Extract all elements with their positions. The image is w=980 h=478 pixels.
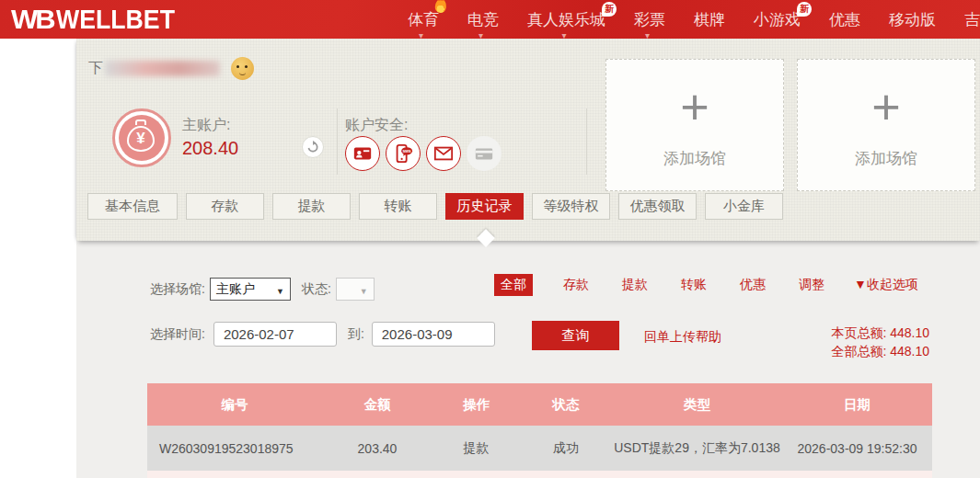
page-total: 本页总额: 448.10	[831, 324, 929, 342]
nav-item-sports[interactable]: 体育	[408, 0, 439, 39]
plus-icon: +	[871, 82, 901, 131]
type-link-withdraw[interactable]: 提款	[605, 277, 664, 293]
time-select-label: 选择时间:	[150, 326, 205, 343]
cell-date: 2026-03-09 19:52:30	[782, 441, 932, 456]
chevron-down-icon	[276, 282, 284, 297]
divider	[586, 108, 587, 175]
chevron-down-icon	[360, 282, 368, 297]
bank-card-icon[interactable]	[467, 136, 502, 171]
tab-transfer[interactable]: 转账	[359, 193, 437, 220]
brand-logo[interactable]: WB WELLBET	[11, 0, 185, 39]
venue-select-label: 选择场馆:	[150, 281, 205, 298]
venue-filter-row: 选择场馆: 主账户 状态:	[150, 278, 375, 301]
sms-phone-icon[interactable]: SMS	[386, 136, 421, 171]
col-header-amount: 金额	[322, 396, 432, 414]
col-header-type: 类型	[612, 396, 782, 414]
cell-operation: 提款	[432, 440, 520, 457]
status-select[interactable]	[336, 278, 375, 301]
account-panel: 下 ¥ 主账户: 208.40 账户安全:	[76, 39, 980, 241]
type-link-deposit[interactable]: 存款	[547, 277, 605, 293]
col-header-id: 编号	[147, 396, 322, 414]
plus-icon: +	[680, 82, 709, 131]
greeting-prefix: 下	[88, 59, 103, 78]
main-account-balance: 208.40	[182, 138, 238, 159]
search-button[interactable]: 查询	[532, 321, 619, 350]
divider	[337, 108, 338, 175]
chevron-down-icon	[562, 32, 571, 39]
type-link-all[interactable]: 全部	[494, 274, 533, 296]
nav-item-board-games[interactable]: 棋牌	[694, 0, 725, 39]
tab-basic-info[interactable]: 基本信息	[87, 193, 178, 220]
totals: 本页总额: 448.10 全部总额: 448.10	[831, 324, 929, 360]
add-venue-card-1[interactable]: + 添加场馆	[605, 59, 784, 191]
cell-type: USDT提款29，汇率为7.0138	[612, 440, 782, 457]
date-to-input[interactable]	[372, 322, 495, 347]
svg-text:SMS: SMS	[403, 149, 411, 154]
table-row-partial	[147, 471, 932, 478]
type-link-transfer[interactable]: 转账	[664, 277, 723, 293]
security-icons: SMS	[345, 136, 502, 171]
id-card-icon[interactable]	[345, 136, 380, 171]
main-menu: 体育 电竞 真人娱乐城 新 彩票 棋牌 小游戏 新	[408, 0, 980, 39]
table-row: W26030919523018975 203.40 提款 成功 USDT提款29…	[147, 426, 932, 471]
refresh-balance-button[interactable]	[302, 136, 324, 158]
wallet-icon: ¥	[112, 108, 171, 167]
history-content: 选择场馆: 主账户 状态: 全部 存款 提款 转账 优惠 调整 ▼收起选项 选择…	[76, 241, 980, 478]
all-total: 全部总额: 448.10	[831, 342, 929, 360]
avatar-emoji	[231, 57, 254, 80]
greeting: 下	[88, 57, 254, 80]
col-header-status: 状态	[520, 396, 612, 414]
tab-vip-privileges[interactable]: 等级特权	[532, 193, 610, 220]
nav-item-mini-games[interactable]: 小游戏 新	[754, 0, 801, 39]
history-table: 编号 金额 操作 状态 类型 日期 W26030919523018975 203…	[147, 383, 932, 478]
venue-select[interactable]: 主账户	[210, 278, 291, 301]
page: WB WELLBET 体育 电竞 真人娱乐城 新 彩票	[0, 0, 980, 478]
logo-monogram: WB	[11, 4, 53, 35]
username-redacted	[105, 61, 220, 76]
cell-id: W26030919523018975	[147, 441, 322, 456]
add-venue-card-2[interactable]: + 添加场馆	[797, 59, 975, 191]
nav-item-lottery[interactable]: 彩票	[634, 0, 665, 39]
tab-deposit[interactable]: 存款	[186, 193, 264, 220]
to-label: 到:	[348, 326, 364, 343]
nav-item-mobile[interactable]: 移动版	[889, 0, 936, 39]
refresh-icon	[306, 141, 319, 154]
tab-history[interactable]: 历史记录	[445, 193, 524, 220]
date-from-input[interactable]	[213, 322, 337, 347]
status-select-label: 状态:	[302, 281, 331, 298]
nav-item-esports[interactable]: 电竞	[467, 0, 499, 39]
new-badge: 新	[797, 2, 812, 17]
triangle-down-icon: ▼	[854, 277, 867, 291]
type-link-adjust[interactable]: 调整	[782, 277, 841, 293]
cell-status: 成功	[520, 440, 612, 457]
tab-withdraw[interactable]: 提款	[272, 193, 351, 220]
logo-wordmark: WELLBET	[56, 5, 175, 35]
account-security-label: 账户安全:	[345, 116, 408, 135]
collapse-options-link[interactable]: ▼收起选项	[854, 277, 918, 293]
tab-mini-vault[interactable]: 小金库	[705, 193, 783, 220]
table-header-row: 编号 金额 操作 状态 类型 日期	[147, 383, 932, 426]
new-badge: 新	[602, 2, 617, 17]
col-header-date: 日期	[782, 396, 932, 414]
main-account-label: 主账户:	[182, 116, 230, 135]
account-tabs: 基本信息 存款 提款 转账 历史记录 等级特权 优惠领取 小金库	[87, 193, 783, 220]
cell-amount: 203.40	[322, 441, 432, 456]
type-link-promo[interactable]: 优惠	[723, 277, 782, 293]
col-header-operation: 操作	[432, 396, 520, 414]
record-type-links: 全部 存款 提款 转账 优惠 调整 ▼收起选项	[494, 274, 918, 296]
yuan-symbol: ¥	[127, 126, 155, 152]
nav-item-promotions[interactable]: 优惠	[829, 0, 860, 39]
chevron-down-icon	[645, 32, 654, 39]
nav-item-live-casino[interactable]: 真人娱乐城 新	[527, 0, 605, 39]
chevron-down-icon	[419, 32, 428, 39]
tab-promo-claim[interactable]: 优惠领取	[618, 193, 697, 220]
hot-flame-icon	[434, 0, 447, 14]
nav-item-ji-truncated[interactable]: 吉	[964, 0, 980, 39]
date-filter-row: 选择时间: 到:	[150, 322, 495, 347]
top-navbar: WB WELLBET 体育 电竞 真人娱乐城 新 彩票	[0, 0, 980, 39]
email-icon[interactable]	[426, 136, 461, 171]
receipt-upload-help-link[interactable]: 回单上传帮助	[644, 329, 721, 346]
chevron-down-icon	[478, 32, 488, 39]
